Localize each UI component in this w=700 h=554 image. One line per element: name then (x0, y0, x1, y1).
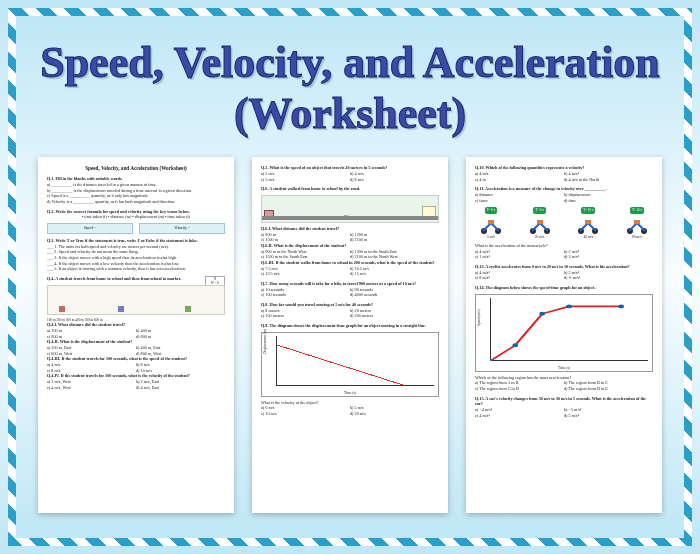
q4iv-d: d) 4 m/s, East (136, 385, 225, 391)
q10-c: c) 4 m (475, 177, 564, 183)
pages-row: Speed, Velocity, and Acceleration (Works… (16, 149, 684, 513)
bike-1-tag: T=5 s (533, 207, 545, 214)
svg-rect-2 (488, 220, 494, 224)
q15-head: Q.15. A car's velocity changes from 50 m… (475, 396, 653, 407)
q9-xlabel: Time (s) (344, 391, 356, 396)
q11-d: d) time (564, 198, 653, 204)
bike-0: T=0 s 0 m/s (475, 207, 507, 240)
q6: Q.6. A student walked from home to schoo… (261, 186, 439, 277)
q9-c: c) 10 m/s (261, 411, 350, 417)
bike-1: T=5 s 20 m/s (524, 207, 556, 240)
q4iv-c: c) 4 m/s, West (47, 385, 136, 391)
q6iii-c: c) 12.5 m/s (261, 271, 350, 277)
q4ii-opts: a) 200 m, East b) 400 m, East c) 600 m, … (47, 345, 225, 356)
q1: Q.1. Fill in the blanks with suitable wo… (47, 176, 225, 204)
svg-point-14 (539, 311, 545, 315)
svg-rect-11 (634, 220, 640, 224)
q13: Q.13. A cyclist accelerates from 0 m/s t… (475, 264, 653, 281)
q9-ylabel: Displacement (m) (263, 329, 268, 354)
q10-d: d) 4 m/s to the North (564, 177, 653, 183)
q1-d: d) Velocity is a __________ quantity, as… (47, 199, 225, 205)
q6-head: Q.6. A student walked from home to schoo… (261, 186, 439, 192)
svg-point-15 (566, 304, 572, 308)
motorcycle-icon (477, 215, 505, 235)
q6iii-d: d) 15 m/s (350, 271, 439, 277)
q5-d: d) 8 m/s (350, 177, 439, 183)
q4iii-opts: a) 4 m/s b) 6 m/s c) 8 m/s d) 10 m/s (47, 362, 225, 373)
q2: Q.2. Write the correct formula for speed… (47, 209, 225, 234)
svg-rect-8 (585, 220, 591, 224)
q12: T=0 s 0 m/s T=5 s 20 m/s T=10 s 40 m/s (475, 207, 653, 260)
svg-point-13 (512, 343, 518, 347)
bike-3-val: 60 m/s (621, 235, 653, 240)
q4-head: Q.4. A student travels from home to scho… (47, 276, 225, 282)
bike-3: T=15 s 60 m/s (621, 207, 653, 240)
motorcycle-icon (623, 215, 651, 235)
q4iv-opts: a) 2 m/s, West b) 2 m/s, East c) 4 m/s, … (47, 379, 225, 390)
displacement-time-chart: Displacement (m) Time (s) (261, 332, 439, 397)
q4i-d: d) 800 m (136, 334, 225, 340)
svg-point-16 (618, 304, 624, 308)
q7-c: c) 100 seconds (261, 292, 350, 298)
q9-head: Q.9. The diagram shows the displacement-… (261, 323, 439, 329)
q3-5: ___ 5. If an object is moving with a con… (47, 266, 225, 272)
q4: NW + ES Q.4. A student travels from home… (47, 276, 225, 390)
page-title: Speed, Velocity, and Acceleration (Works… (16, 16, 684, 149)
svg-rect-5 (537, 220, 543, 224)
q10: Q.10. Which of the following quantities … (475, 165, 653, 182)
q14: Q.14. The diagram below shows the speed-… (475, 285, 653, 392)
q5-c: c) 5 m/s (261, 177, 350, 183)
q7: Q.7. How many seconds will it take for a… (261, 281, 439, 298)
q6-diagram: 900 m (261, 195, 439, 223)
motorcycle-icon (574, 215, 602, 235)
q9-d: d) 20 m/s (350, 411, 439, 417)
q9: Q.9. The diagram shows the displacement-… (261, 323, 439, 417)
q12-c: c) 1 m/s² (475, 254, 564, 260)
q14-xlabel: Time (s) (558, 366, 570, 371)
q15-d: d) 5 m/s² (564, 413, 653, 419)
q11-c: c) force (475, 198, 564, 204)
q8-c: c) 100 meters (261, 313, 350, 319)
q4-diagram (47, 285, 225, 315)
bike-2: T=10 s 40 m/s (572, 207, 604, 240)
speed-time-chart: Speed (m/s) Time (s) (475, 294, 653, 372)
bike-2-tag: T=10 s (581, 207, 595, 214)
worksheet-page-1: Speed, Velocity, and Acceleration (Works… (38, 157, 234, 513)
worksheet-page-3: Q.10. Which of the following quantities … (466, 157, 662, 513)
bike-0-val: 0 m/s (475, 235, 507, 240)
worksheet-page-2: Q.5. What is the speed of an object that… (252, 157, 448, 513)
bike-2-val: 40 m/s (572, 235, 604, 240)
q11: Q.11. Acceleration is a measure of the c… (475, 186, 653, 203)
bike-1-val: 20 m/s (524, 235, 556, 240)
q14-d: d) The region from D to E (564, 386, 653, 392)
q13-c: c) 8 m/s² (475, 275, 564, 281)
bike-3-tag: T=15 s (630, 207, 644, 214)
q4i-opts: a) 200 m b) 400 m c) 600 m d) 800 m (47, 328, 225, 339)
worksheet-frame: Speed, Velocity, and Acceleration (Works… (8, 8, 692, 546)
q15-c: c) 4 m/s² (475, 413, 564, 419)
q13-d: d) ¼ m/s² (564, 275, 653, 281)
speed-formula-box: Speed = (47, 223, 133, 234)
q3: Q.3. Write T or True if the statement is… (47, 238, 225, 272)
q6i-d: d) 2100 m (350, 237, 439, 243)
q12-d: d) 3 m/s² (564, 254, 653, 260)
q14-head: Q.14. The diagram below shows the speed-… (475, 285, 653, 291)
motorcycle-icon (526, 215, 554, 235)
velocity-formula-box: Velocity = (139, 223, 225, 234)
page1-heading: Speed, Velocity, and Acceleration (Works… (47, 165, 225, 172)
q7-d: d) 4000 seconds (350, 292, 439, 298)
q2-terms: • time taken (t) • distance (m) • displa… (47, 214, 225, 220)
q8: Q.8. How far would you travel moving at … (261, 302, 439, 319)
q5: Q.5. What is the speed of an object that… (261, 165, 439, 182)
q14-c: c) The region from C to D (475, 386, 564, 392)
q14-ylabel: Speed (m/s) (477, 310, 482, 327)
motorcycle-row: T=0 s 0 m/s T=5 s 20 m/s T=10 s 40 m/s (475, 207, 653, 240)
q8-d: d) 200 meters (350, 313, 439, 319)
bike-0-tag: T=0 s (485, 207, 497, 214)
q15: Q.15. A car's velocity changes from 50 m… (475, 396, 653, 419)
